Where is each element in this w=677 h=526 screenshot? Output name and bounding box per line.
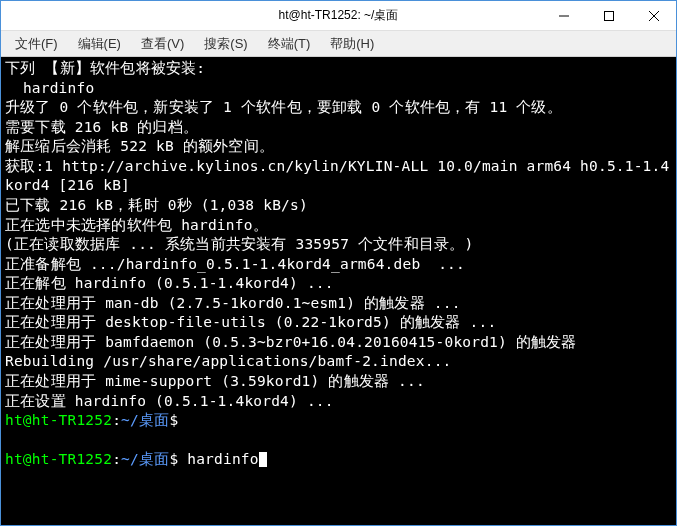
terminal-line: 正在处理用于 man-db (2.7.5-1kord0.1~esm1) 的触发器… [5, 295, 461, 311]
terminal-line: 获取:1 http://archive.kylinos.cn/kylin/KYL… [5, 158, 669, 194]
menu-search[interactable]: 搜索(S) [194, 33, 257, 55]
window-maximize-button[interactable] [586, 1, 631, 30]
prompt-path: ~/桌面 [121, 412, 169, 428]
terminal-line: 已下载 216 kB，耗时 0秒 (1,038 kB/s) [5, 197, 308, 213]
terminal-line: (正在读取数据库 ... 系统当前共安装有 335957 个文件和目录。) [5, 236, 473, 252]
prompt-sep: : [112, 412, 121, 428]
terminal-output[interactable]: 下列 【新】软件包将被安装: hardinfo 升级了 0 个软件包，新安装了 … [1, 57, 676, 525]
svg-rect-0 [604, 11, 613, 20]
terminal-line: 正在处理用于 bamfdaemon (0.5.3~bzr0+16.04.2016… [5, 334, 577, 350]
terminal-line: 正在设置 hardinfo (0.5.1-1.4kord4) ... [5, 393, 334, 409]
terminal-line: 正在解包 hardinfo (0.5.1-1.4kord4) ... [5, 275, 334, 291]
prompt-user: ht@ht-TR1252 [5, 412, 112, 428]
prompt-sep: : [112, 451, 121, 467]
terminal-line: 需要下载 216 kB 的归档。 [5, 119, 198, 135]
terminal-line: 解压缩后会消耗 522 kB 的额外空间。 [5, 138, 274, 154]
menu-file[interactable]: 文件(F) [5, 33, 68, 55]
menu-help[interactable]: 帮助(H) [320, 33, 384, 55]
prompt-symbol: $ [169, 412, 178, 428]
terminal-line: 正在处理用于 mime-support (3.59kord1) 的触发器 ... [5, 373, 425, 389]
window-titlebar: ht@ht-TR1252: ~/桌面 [1, 1, 676, 31]
prompt-user: ht@ht-TR1252 [5, 451, 112, 467]
menu-view[interactable]: 查看(V) [131, 33, 194, 55]
terminal-line: 升级了 0 个软件包，新安装了 1 个软件包，要卸载 0 个软件包，有 11 个… [5, 99, 562, 115]
terminal-cursor [259, 452, 267, 467]
close-icon [649, 11, 659, 21]
terminal-line: 正在处理用于 desktop-file-utils (0.22-1kord5) … [5, 314, 496, 330]
terminal-line: hardinfo [5, 80, 94, 96]
maximize-icon [604, 11, 614, 21]
terminal-line: Rebuilding /usr/share/applications/bamf-… [5, 353, 452, 369]
menu-terminal[interactable]: 终端(T) [258, 33, 321, 55]
window-close-button[interactable] [631, 1, 676, 30]
prompt-symbol: $ [169, 451, 178, 467]
menubar: 文件(F) 编辑(E) 查看(V) 搜索(S) 终端(T) 帮助(H) [1, 31, 676, 57]
terminal-line: 正准备解包 .../hardinfo_0.5.1-1.4kord4_arm64.… [5, 256, 465, 272]
prompt-command: hardinfo [187, 451, 258, 467]
window-minimize-button[interactable] [541, 1, 586, 30]
terminal-line: 正在选中未选择的软件包 hardinfo。 [5, 217, 268, 233]
prompt-path: ~/桌面 [121, 451, 169, 467]
minimize-icon [559, 11, 569, 21]
window-controls [541, 1, 676, 30]
terminal-line: 下列 【新】软件包将被安装: [5, 60, 205, 76]
menu-edit[interactable]: 编辑(E) [68, 33, 131, 55]
